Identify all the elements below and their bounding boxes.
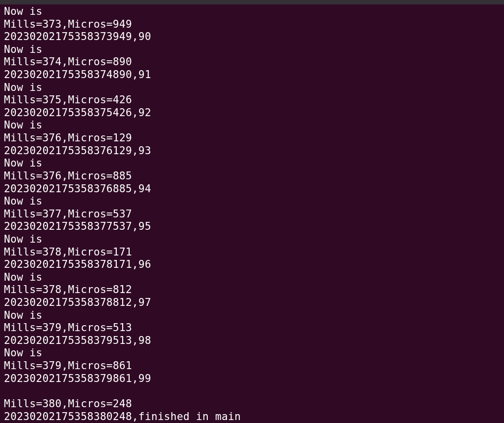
log-mills-micros: Mills=379,Micros=513 bbox=[4, 322, 500, 335]
blank-line bbox=[4, 385, 500, 398]
log-header: Now is bbox=[4, 309, 500, 322]
log-timestamp-final: 20230202175358380248,finished in main bbox=[4, 411, 500, 423]
log-timestamp-counter: 20230202175358377537,95 bbox=[4, 220, 500, 233]
log-mills-micros: Mills=379,Micros=861 bbox=[4, 360, 500, 373]
log-header: Now is bbox=[4, 157, 500, 170]
log-mills-micros: Mills=377,Micros=537 bbox=[4, 208, 500, 221]
log-timestamp-counter: 20230202175358378812,97 bbox=[4, 296, 500, 309]
log-mills-micros: Mills=376,Micros=885 bbox=[4, 170, 500, 183]
log-header: Now is bbox=[4, 119, 500, 132]
log-timestamp-counter: 20230202175358375426,92 bbox=[4, 107, 500, 120]
log-header: Now is bbox=[4, 271, 500, 284]
log-mills-micros: Mills=375,Micros=426 bbox=[4, 94, 500, 107]
log-header: Now is bbox=[4, 43, 500, 56]
log-timestamp-counter: 20230202175358378171,96 bbox=[4, 258, 500, 271]
log-timestamp-counter: 20230202175358379513,98 bbox=[4, 335, 500, 347]
log-timestamp-counter: 20230202175358373949,90 bbox=[4, 31, 500, 43]
log-mills-micros: Mills=378,Micros=812 bbox=[4, 284, 500, 296]
log-header: Now is bbox=[4, 195, 500, 208]
log-mills-micros: Mills=378,Micros=171 bbox=[4, 246, 500, 259]
log-header: Now is bbox=[4, 347, 500, 360]
log-mills-micros: Mills=374,Micros=890 bbox=[4, 56, 500, 69]
terminal-output[interactable]: Now isMills=373,Micros=94920230202175358… bbox=[0, 4, 504, 423]
log-timestamp-counter: 20230202175358379861,99 bbox=[4, 373, 500, 385]
log-header: Now is bbox=[4, 233, 500, 246]
log-header: Now is bbox=[4, 82, 500, 94]
window-title-bar[interactable] bbox=[0, 0, 504, 4]
log-header: Now is bbox=[4, 5, 500, 18]
log-mills-micros: Mills=380,Micros=248 bbox=[4, 398, 500, 411]
log-mills-micros: Mills=373,Micros=949 bbox=[4, 18, 500, 31]
log-timestamp-counter: 20230202175358376885,94 bbox=[4, 183, 500, 196]
log-timestamp-counter: 20230202175358374890,91 bbox=[4, 69, 500, 82]
log-timestamp-counter: 20230202175358376129,93 bbox=[4, 145, 500, 158]
log-mills-micros: Mills=376,Micros=129 bbox=[4, 132, 500, 145]
